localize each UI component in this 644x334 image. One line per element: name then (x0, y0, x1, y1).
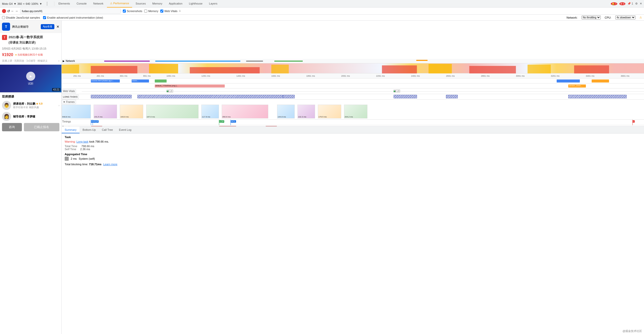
ruler-tick-7: 1491 ms (236, 75, 245, 77)
svg-rect-2 (149, 64, 178, 73)
course-thumbnail[interactable]: ▶ 试听 43:21 (0, 65, 61, 92)
enable-paint-toggle: Enable advanced paint instrumentation (s… (43, 16, 103, 19)
tab-performance[interactable]: ⚠ Performance (107, 0, 132, 8)
device-separator: ▼ (14, 2, 16, 5)
teacher1-avatar: 👨 (2, 101, 11, 110)
divider (54, 2, 54, 6)
frame-6: 350.6 ms (222, 105, 268, 118)
fod-bar (155, 79, 166, 82)
nav-controls: ↺ ← → (2, 9, 18, 13)
fc0-bar (557, 79, 580, 82)
tab-memory[interactable]: Memory (149, 0, 165, 8)
ruler-tick-15: 3091 ms (516, 75, 525, 77)
reload-button[interactable]: ↺ (7, 9, 10, 13)
device-height: 640 (26, 2, 30, 5)
cpu-select[interactable]: 4x slowdown (615, 16, 635, 19)
device-width: 360 (17, 2, 22, 5)
devtools-tabs: Elements Console Network ⚠ Performance S… (55, 0, 610, 8)
blocking-time-row: Total blocking time: 718.71ms Learn more (65, 163, 641, 166)
screenshot-checkbox[interactable] (123, 10, 126, 13)
system-color-swatch (65, 157, 69, 161)
ruler-tick-3: 691 ms (120, 75, 127, 77)
svg-rect-3 (190, 67, 260, 73)
ruler-tick-5: 1091 ms (167, 75, 175, 77)
record-button[interactable] (2, 9, 6, 13)
network-section-header: ▶ Network (62, 59, 644, 63)
web-vitals-checkbox[interactable] (160, 10, 163, 13)
url-input[interactable] (20, 9, 121, 14)
cpu-info-icon: ⚠ (639, 16, 642, 19)
device-name: Moto G4 (2, 2, 13, 5)
tab-summary[interactable]: Summary (62, 127, 80, 133)
consult-button[interactable]: 咨询 (2, 123, 22, 131)
back-button[interactable]: ← (11, 9, 14, 13)
tab-bottom-up[interactable]: Bottom-Up (80, 127, 99, 133)
chevron-right-icon2: › (59, 104, 59, 107)
net-bar-4 (274, 61, 303, 62)
teacher1-rating: ★ (36, 102, 39, 105)
tab-layers[interactable]: Layers (206, 0, 220, 8)
learn-more-link[interactable]: Learn more (103, 163, 117, 166)
enable-paint-checkbox[interactable] (43, 16, 46, 19)
network-label: Network (66, 60, 75, 62)
ruler-tick-2: 491 ms (97, 75, 104, 77)
right-icons: 🔔 7 ⚙ 9 📌 1 ⚙ ✕ (611, 2, 642, 5)
frame-8: 132.3 ms (297, 105, 315, 118)
tab-event-log[interactable]: Event Log (116, 127, 135, 133)
fcp-marker (93, 120, 93, 125)
ruler-tick-14: 2891 ms (481, 75, 490, 77)
tab-call-tree[interactable]: Call Tree (99, 127, 116, 133)
teacher1-name: 授课老师：刘云鹏 ★ 4.9 (13, 102, 57, 106)
ad-close-button[interactable]: ✕ (56, 25, 59, 29)
bookmark-icon: 📌 1 (627, 2, 633, 5)
network-select[interactable]: No throttling (582, 16, 601, 19)
forward-button[interactable]: → (15, 9, 18, 13)
experience-row: Experience La... ◆ Lay... ■■ La... (62, 125, 644, 126)
total-time-value: 798.66 ms (81, 145, 94, 148)
more-options-icon[interactable]: ⋮ (45, 1, 49, 6)
memory-toggle: Memory (144, 10, 158, 13)
long-task-4 (394, 95, 417, 98)
dcl-label: DCL (231, 120, 236, 123)
close-icon[interactable]: ✕ (640, 2, 642, 5)
duration-label: 43:21 (52, 88, 60, 91)
storag-bar (592, 79, 609, 82)
default-png-bar: default_775d90ac.png {... (155, 85, 225, 88)
tab-console[interactable]: Console (73, 0, 90, 8)
long-task-6 (568, 95, 626, 98)
memory-checkbox[interactable] (144, 10, 147, 13)
cpu-label: CPU: (605, 16, 611, 19)
enable-paint-label: Enable advanced paint instrumentation (s… (47, 16, 103, 19)
url-bar: ↺ ← → Screenshots Memory Web Vitals ℹ (0, 8, 644, 15)
web-vitals-info-icon: ℹ (179, 10, 180, 12)
long-tasks-badge: LONG TASKS (62, 95, 79, 99)
blocking-time-label: Total blocking time: (65, 163, 88, 166)
system-self-value: 2 ms (71, 157, 77, 160)
disable-js-checkbox[interactable] (2, 16, 5, 19)
net-bar-2 (155, 61, 240, 62)
play-button[interactable]: ▶ (26, 72, 35, 81)
ruler-tick-1: 291 ms (73, 75, 81, 77)
network-label: Network: (566, 16, 577, 19)
teacher-section: 双师授课 👨 授课老师：刘云鹏 ★ 4.9 教学经验丰富 幽默风趣 › 👩 辅导… (0, 92, 61, 133)
tab-sources[interactable]: Sources (133, 0, 149, 8)
course-discount: ● 当前视频仅剩31个名额 (15, 53, 43, 57)
tab-elements[interactable]: Elements (55, 0, 73, 8)
frame-10: 204.2 ms (344, 105, 367, 118)
performance-timeline[interactable]: ▶ Network (62, 21, 644, 126)
webpage-preview: T 腾讯企鹅辅导 App查看 ✕ T 2021春·高一数学系统班 (非课改 刘云… (0, 21, 62, 334)
screenshot-label: Screenshots (127, 10, 142, 13)
tab-network[interactable]: Network (90, 0, 106, 8)
vitals-dot-1 (167, 91, 168, 92)
network-toggle[interactable]: ▶ (63, 60, 65, 62)
resources-row: default_775d90ac.png {... vendor_23c9... (62, 84, 644, 89)
tab-lighthouse[interactable]: Lighthouse (186, 0, 206, 8)
svg-rect-8 (527, 65, 551, 73)
web-vitals-badge: Web Vitals (62, 89, 76, 94)
main-layout: T 腾讯企鹅辅导 App查看 ✕ T 2021春·高一数学系统班 (非课改 刘云… (0, 21, 644, 334)
app-view-button[interactable]: App查看 (41, 24, 54, 29)
gear-icon[interactable]: ⚙ (635, 2, 638, 5)
svg-rect-6 (429, 64, 452, 73)
long-task-link[interactable]: Long task (77, 140, 89, 143)
tab-application[interactable]: Application (166, 0, 185, 8)
